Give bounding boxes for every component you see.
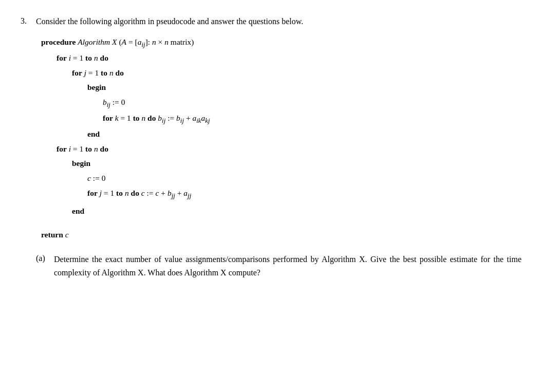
keyword-end-1: end — [87, 129, 100, 138]
for-k-line: for k = 1 to n do bij := bij + aikakj — [103, 111, 521, 127]
subpart-a: (a) Determine the exact number of value … — [36, 253, 521, 279]
for-j-line-2: for j = 1 to n do c := c + bjj + ajj — [87, 186, 521, 202]
question-number: 3. — [21, 15, 36, 26]
keyword-end-2: end — [72, 207, 84, 215]
procedure-line: procedure Algorithm X (A = [aij]: n × n … — [41, 35, 521, 51]
pseudocode-block: procedure Algorithm X (A = [aij]: n × n … — [41, 35, 521, 242]
for-i-line: for i = 1 to n do — [57, 51, 521, 66]
return-line: return c — [41, 228, 521, 242]
keyword-for-1: for — [57, 53, 67, 62]
keyword-for-5: for — [87, 189, 98, 197]
subpart-a-label: (a) — [36, 253, 54, 263]
assign-c: c := 0 — [87, 171, 521, 186]
for-j-line: for j = 1 to n do — [72, 66, 521, 81]
keyword-begin-1: begin — [87, 83, 106, 91]
end-2: end — [72, 204, 521, 219]
keyword-begin-2: begin — [72, 159, 90, 167]
algorithm-name: Algorithm X — [78, 38, 119, 46]
end-1: end — [87, 127, 521, 142]
question-intro: Consider the following algorithm in pseu… — [36, 15, 521, 28]
keyword-for-2: for — [72, 68, 82, 77]
keyword-for-3: for — [103, 114, 113, 122]
keyword-procedure: procedure — [41, 38, 76, 46]
keyword-for-4: for — [57, 144, 67, 153]
subpart-a-text: Determine the exact number of value assi… — [54, 253, 521, 279]
begin-1: begin — [87, 80, 521, 95]
begin-2: begin — [72, 156, 521, 171]
page-content: 3. Consider the following algorithm in p… — [21, 15, 521, 279]
question-body: Consider the following algorithm in pseu… — [36, 15, 521, 279]
assign-bij: bij := 0 — [103, 95, 521, 111]
question-block: 3. Consider the following algorithm in p… — [21, 15, 521, 279]
keyword-return: return — [41, 230, 63, 239]
for-i-line-2: for i = 1 to n do — [57, 142, 521, 157]
